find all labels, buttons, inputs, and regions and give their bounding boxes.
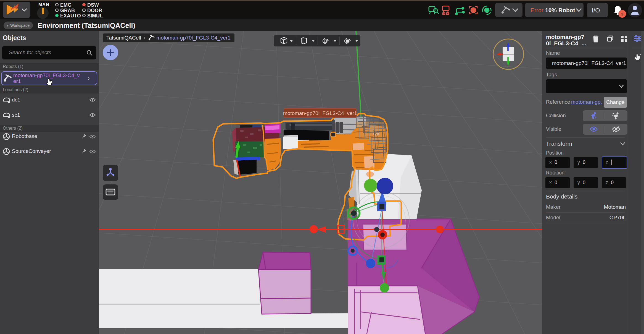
svg-text:DOOR: DOOR <box>87 8 102 13</box>
svg-text:EMG: EMG <box>60 2 72 8</box>
svg-text:Robot: Robot <box>558 7 575 13</box>
svg-text:SIMUL: SIMUL <box>87 13 103 19</box>
svg-text:MAN: MAN <box>38 2 49 7</box>
svg-text:I/O: I/O <box>592 7 600 14</box>
svg-text:Error: Error <box>530 7 543 13</box>
svg-text:DSW: DSW <box>87 2 99 8</box>
svg-text:GRAB: GRAB <box>60 8 75 13</box>
svg-text:EXAUTO: EXAUTO <box>60 13 81 19</box>
svg-text:10%: 10% <box>545 7 557 13</box>
svg-text:motoman-gp70l_FGL3-C4_ver1: motoman-gp70l_FGL3-C4_ver1 <box>283 110 357 116</box>
svg-text:3: 3 <box>621 12 623 16</box>
